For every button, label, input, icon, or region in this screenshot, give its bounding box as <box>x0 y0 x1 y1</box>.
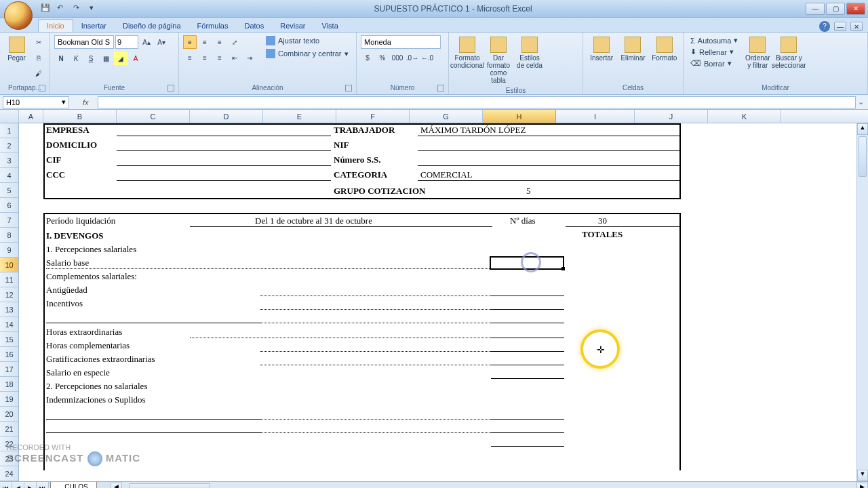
font-name-combo[interactable] <box>54 35 114 49</box>
comma-icon[interactable]: 000 <box>391 51 404 64</box>
alignment-dialog-icon[interactable] <box>345 85 352 92</box>
italic-button[interactable]: K <box>69 52 83 65</box>
close-button[interactable]: ✕ <box>846 3 865 15</box>
conditional-format-button[interactable]: Formato condicional <box>453 35 481 70</box>
row-header-8[interactable]: 8 <box>0 228 18 243</box>
border-icon[interactable]: ▦ <box>99 52 113 65</box>
column-header-J[interactable]: J <box>635 110 708 123</box>
align-right-icon[interactable]: ≡ <box>213 51 226 64</box>
insert-cells-button[interactable]: Insertar <box>587 35 616 63</box>
underline-button[interactable]: S <box>84 52 98 65</box>
row-header-13[interactable]: 13 <box>0 302 18 317</box>
save-icon[interactable]: 💾 <box>41 3 52 14</box>
row-header-24[interactable]: 24 <box>0 466 18 481</box>
tab-diseno[interactable]: Diseño de página <box>115 20 189 32</box>
scroll-up-icon[interactable]: ▲ <box>857 123 868 135</box>
tab-inicio[interactable]: Inicio <box>38 19 73 32</box>
row-header-6[interactable]: 6 <box>0 198 18 213</box>
tab-revisar[interactable]: Revisar <box>272 20 313 32</box>
align-left-icon[interactable]: ≡ <box>183 51 197 64</box>
scroll-down-icon[interactable]: ▼ <box>857 470 868 481</box>
name-box[interactable]: H10▾ <box>3 96 69 108</box>
tab-formulas[interactable]: Fórmulas <box>189 20 237 32</box>
scroll-thumb[interactable] <box>859 136 867 177</box>
column-header-F[interactable]: F <box>336 110 410 123</box>
hscroll-thumb[interactable] <box>129 483 210 489</box>
column-header-C[interactable]: C <box>117 110 190 123</box>
minimize-button[interactable]: — <box>806 3 825 15</box>
horizontal-scrollbar[interactable]: ◀ ▶ <box>111 482 868 488</box>
row-header-12[interactable]: 12 <box>0 287 18 302</box>
decrease-decimal-icon[interactable]: ←.0 <box>420 51 434 64</box>
row-header-4[interactable]: 4 <box>0 168 18 183</box>
font-dialog-icon[interactable] <box>167 85 174 92</box>
number-dialog-icon[interactable] <box>437 85 444 92</box>
increase-indent-icon[interactable]: ⇥ <box>243 51 256 64</box>
align-middle-icon[interactable]: ≡ <box>198 35 212 49</box>
font-color-icon[interactable]: A <box>129 52 142 65</box>
row-header-19[interactable]: 19 <box>0 392 18 407</box>
office-button[interactable] <box>4 1 33 30</box>
format-cells-button[interactable]: Formato <box>650 35 679 63</box>
orientation-icon[interactable]: ⤢ <box>228 35 241 49</box>
row-header-16[interactable]: 16 <box>0 347 18 362</box>
row-header-9[interactable]: 9 <box>0 243 18 258</box>
align-center-icon[interactable]: ≡ <box>198 51 212 64</box>
maximize-button[interactable]: ▢ <box>826 3 845 15</box>
sheet-nav-next-icon[interactable]: ▶ <box>24 482 37 488</box>
formula-bar[interactable] <box>98 96 856 108</box>
minimize-ribbon-button[interactable]: — <box>834 22 846 31</box>
number-format-combo[interactable] <box>361 35 441 49</box>
worksheet-grid[interactable]: EMPRESA TRABAJADOR MÁXIMO TARDÓN LÓPEZ D… <box>19 123 856 481</box>
column-header-K[interactable]: K <box>708 110 781 123</box>
fx-icon[interactable]: fx <box>83 98 95 106</box>
scroll-left-icon[interactable]: ◀ <box>111 483 122 489</box>
paste-button[interactable]: Pegar <box>4 35 29 63</box>
tab-datos[interactable]: Datos <box>236 20 272 32</box>
sheet-tab[interactable]: ...CULOS <box>50 482 97 488</box>
bold-button[interactable]: N <box>54 52 68 65</box>
delete-cells-button[interactable]: Eliminar <box>618 35 647 63</box>
select-all-corner[interactable] <box>0 110 19 123</box>
clear-button[interactable]: ⌫ Borrar ▾ <box>688 58 741 68</box>
sort-filter-button[interactable]: Ordenar y filtrar <box>743 35 772 70</box>
qat-more-icon[interactable]: ▾ <box>90 3 100 14</box>
row-header-15[interactable]: 15 <box>0 332 18 347</box>
tab-vista[interactable]: Vista <box>314 20 347 32</box>
accounting-icon[interactable]: $ <box>361 51 374 64</box>
redo-icon[interactable]: ↷ <box>73 3 84 14</box>
row-header-5[interactable]: 5 <box>0 183 18 198</box>
row-header-1[interactable]: 1 <box>0 123 18 138</box>
autosum-button[interactable]: Σ Autosuma ▾ <box>688 35 741 45</box>
grow-font-icon[interactable]: A▴ <box>140 35 153 49</box>
cell-styles-button[interactable]: Estilos de celda <box>515 35 544 70</box>
find-select-button[interactable]: Buscar y seleccionar <box>774 35 803 70</box>
sheet-nav-prev-icon[interactable]: ◀ <box>12 482 24 488</box>
sheet-nav-last-icon[interactable]: ⏭ <box>37 482 49 488</box>
fill-color-icon[interactable]: ◢ <box>114 52 127 65</box>
column-header-G[interactable]: G <box>410 110 483 123</box>
align-bottom-icon[interactable]: ≡ <box>213 35 226 49</box>
cut-icon[interactable]: ✂ <box>32 35 45 49</box>
help-icon[interactable]: ? <box>819 21 830 32</box>
format-as-table-button[interactable]: Dar formato como tabla <box>484 35 513 85</box>
row-header-2[interactable]: 2 <box>0 138 18 153</box>
decrease-indent-icon[interactable]: ⇤ <box>228 51 241 64</box>
row-header-7[interactable]: 7 <box>0 213 18 228</box>
percent-icon[interactable]: % <box>376 51 389 64</box>
row-header-18[interactable]: 18 <box>0 377 18 392</box>
clipboard-dialog-icon[interactable] <box>39 85 45 92</box>
row-header-14[interactable]: 14 <box>0 317 18 332</box>
tab-insertar[interactable]: Insertar <box>73 20 115 32</box>
sheet-nav-first-icon[interactable]: ⏮ <box>0 482 12 488</box>
close-workbook-button[interactable]: ✕ <box>850 22 863 31</box>
row-header-21[interactable]: 21 <box>0 422 18 436</box>
chevron-down-icon[interactable]: ▾ <box>62 98 66 106</box>
column-header-B[interactable]: B <box>43 110 117 123</box>
column-header-H[interactable]: H <box>483 110 556 123</box>
copy-icon[interactable]: ⎘ <box>32 51 45 64</box>
fill-button[interactable]: ⬇ Rellenar ▾ <box>688 47 741 57</box>
align-top-icon[interactable]: ≡ <box>183 35 197 49</box>
row-header-3[interactable]: 3 <box>0 153 18 168</box>
undo-icon[interactable]: ↶ <box>57 3 68 14</box>
